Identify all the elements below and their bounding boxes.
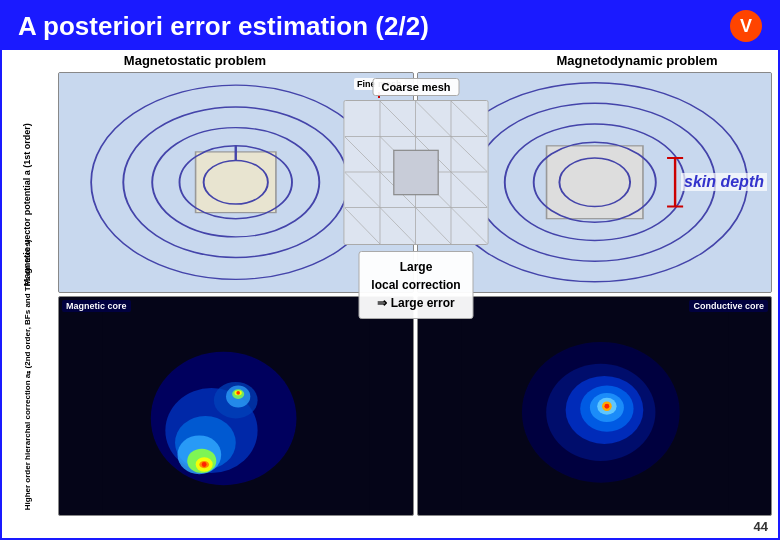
bottom-left-label-container: Higher order hierarchal correction a₂ (2… [2, 340, 54, 520]
bottom-right-panel: Conductive core [417, 296, 773, 517]
page-container: A posteriori error estimation (2/2) V Ma… [0, 0, 780, 540]
svg-point-40 [604, 403, 609, 408]
left-section-header: Magnetostatic problem [54, 53, 336, 68]
title-bar: A posteriori error estimation (2/2) V [2, 2, 778, 50]
fine-mesh-indicator: Fine mesh [354, 78, 405, 132]
magnetic-heatmap-svg [59, 297, 413, 516]
panels-grid: Fine mesh [54, 70, 778, 538]
top-right-panel: skin depth [417, 72, 773, 293]
section-headers: Magnetostatic problem Magnetodynamic pro… [54, 50, 778, 70]
svg-point-26 [202, 462, 207, 467]
left-labels-column: Magnetic vector potential a (1st order) … [2, 50, 54, 538]
page-title: A posteriori error estimation (2/2) [18, 11, 429, 42]
fine-mesh-arrowhead [374, 124, 384, 132]
v-badge: V [730, 10, 762, 42]
fine-mesh-label: Fine mesh [354, 78, 405, 90]
skin-depth-label: skin depth [681, 173, 767, 191]
conductive-heatmap-svg [418, 297, 772, 516]
right-section-header: Magnetodynamic problem [496, 53, 778, 68]
bottom-row-label: Higher order hierarchal correction a₂ (2… [23, 350, 33, 510]
svg-point-31 [236, 391, 240, 395]
page-number: 44 [754, 519, 768, 534]
right-content: Magnetostatic problem Magnetodynamic pro… [54, 50, 778, 538]
svg-rect-9 [546, 146, 642, 219]
top-left-panel: Fine mesh [58, 72, 414, 293]
conductive-core-label: Conductive core [689, 300, 768, 312]
magnetic-core-label: Magnetic core [62, 300, 131, 312]
bottom-left-panel: Magnetic core [58, 296, 414, 517]
fine-mesh-arrow-down [378, 92, 380, 122]
